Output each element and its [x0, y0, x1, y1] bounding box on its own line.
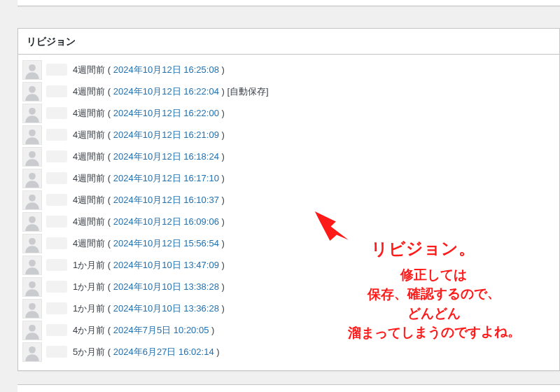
revision-item: 4週間前 ( 2024年10月12日 16:22:04 ) [自動保存]: [18, 80, 559, 102]
avatar-icon: [22, 169, 42, 188]
previous-metabox-fragment: [18, 0, 560, 6]
revision-timestamp-link[interactable]: 2024年10月10日 13:36:28: [113, 303, 219, 314]
revision-timestamp-link[interactable]: 2024年7月5日 10:20:05: [113, 325, 209, 335]
author-name-redacted: [46, 150, 67, 162]
svg-point-23: [29, 302, 36, 309]
svg-point-11: [29, 172, 36, 179]
revisions-metabox-body: 4週間前 ( 2024年10月12日 16:25:08 ) 4週間前 ( 202…: [18, 55, 559, 370]
svg-point-3: [29, 85, 36, 92]
avatar-icon: [22, 255, 42, 275]
revision-timestamp-link[interactable]: 2024年10月10日 13:38:28: [113, 281, 219, 292]
revision-timestamp-link[interactable]: 2024年10月12日 16:18:24: [113, 151, 219, 162]
author-name-redacted: [46, 85, 67, 97]
author-name-redacted: [46, 259, 67, 271]
revision-label: 4週間前 ( 2024年10月12日 16:22:04 ) [自動保存]: [73, 85, 269, 98]
svg-point-17: [29, 237, 36, 244]
avatar-icon: [22, 277, 42, 297]
author-name-redacted: [46, 129, 67, 141]
avatar-icon: [22, 147, 42, 167]
author-name-redacted: [46, 107, 67, 119]
revision-item: 4週間前 ( 2024年10月12日 16:22:00 ): [18, 102, 559, 124]
revision-item: 4週間前 ( 2024年10月12日 16:25:08 ): [18, 59, 559, 80]
revision-relative-time: 1か月前: [73, 281, 105, 292]
svg-point-1: [29, 64, 36, 71]
svg-point-9: [29, 150, 36, 158]
revision-label: 1か月前 ( 2024年10月10日 13:36:28 ): [73, 302, 225, 315]
revision-label: 4か月前 ( 2024年7月5日 10:20:05 ): [73, 324, 214, 337]
revision-label: 4週間前 ( 2024年10月12日 16:21:09 ): [73, 129, 225, 141]
author-name-redacted: [46, 172, 67, 184]
next-metabox-fragment: [18, 384, 560, 392]
revision-item: 4週間前 ( 2024年10月12日 16:17:10 ): [18, 167, 559, 189]
revision-label: 4週間前 ( 2024年10月12日 16:25:08 ): [73, 64, 225, 76]
revision-relative-time: 4週間前: [73, 151, 105, 162]
revision-suffix: [自動保存]: [227, 86, 268, 97]
revision-timestamp-link[interactable]: 2024年10月12日 16:22:00: [113, 108, 219, 118]
revision-item: 4週間前 ( 2024年10月12日 16:21:09 ): [18, 124, 559, 146]
revision-item: 4週間前 ( 2024年10月12日 16:18:24 ): [18, 146, 559, 167]
revision-relative-time: 4週間前: [73, 108, 105, 118]
revision-label: 1か月前 ( 2024年10月10日 13:47:09 ): [73, 259, 225, 272]
author-name-redacted: [46, 216, 67, 227]
author-name-redacted: [46, 64, 67, 76]
revision-item: 4週間前 ( 2024年10月12日 15:56:54 ): [18, 232, 559, 254]
revision-item: 5か月前 ( 2024年6月27日 16:02:14 ): [18, 341, 559, 363]
author-name-redacted: [46, 346, 67, 358]
revision-timestamp-link[interactable]: 2024年10月12日 16:25:08: [113, 64, 219, 75]
avatar-icon: [22, 299, 42, 318]
revision-relative-time: 4週間前: [73, 130, 105, 140]
revision-label: 5か月前 ( 2024年6月27日 16:02:14 ): [73, 346, 220, 358]
avatar-icon: [22, 60, 42, 80]
revision-item: 1か月前 ( 2024年10月10日 13:36:28 ): [18, 298, 559, 319]
avatar-icon: [22, 104, 42, 123]
revision-timestamp-link[interactable]: 2024年10月12日 16:17:10: [113, 173, 219, 183]
avatar-icon: [22, 212, 42, 232]
author-name-redacted: [46, 194, 67, 206]
svg-point-19: [29, 259, 36, 266]
revision-item: 4週間前 ( 2024年10月12日 16:09:06 ): [18, 211, 559, 232]
revision-item: 1か月前 ( 2024年10月10日 13:47:09 ): [18, 254, 559, 276]
revision-timestamp-link[interactable]: 2024年10月12日 16:09:06: [113, 216, 219, 227]
revision-label: 4週間前 ( 2024年10月12日 16:17:10 ): [73, 172, 225, 185]
revision-label: 1か月前 ( 2024年10月10日 13:38:28 ): [73, 281, 225, 293]
revision-label: 4週間前 ( 2024年10月12日 16:09:06 ): [73, 216, 225, 228]
avatar-icon: [22, 125, 42, 145]
author-name-redacted: [46, 281, 67, 293]
revision-timestamp-link[interactable]: 2024年10月10日 13:47:09: [113, 260, 219, 270]
revision-label: 4週間前 ( 2024年10月12日 16:10:37 ): [73, 194, 225, 206]
revision-relative-time: 5か月前: [73, 346, 105, 357]
revision-label: 4週間前 ( 2024年10月12日 15:56:54 ): [73, 237, 225, 250]
svg-point-5: [29, 107, 36, 114]
author-name-redacted: [46, 324, 67, 336]
revision-list: 4週間前 ( 2024年10月12日 16:25:08 ) 4週間前 ( 202…: [18, 59, 559, 363]
revision-relative-time: 4週間前: [73, 238, 105, 248]
svg-point-15: [29, 216, 36, 223]
svg-point-13: [29, 194, 36, 201]
revision-relative-time: 4か月前: [73, 325, 105, 335]
svg-point-27: [29, 346, 36, 353]
revision-relative-time: 1か月前: [73, 260, 105, 270]
revision-timestamp-link[interactable]: 2024年10月12日 15:56:54: [113, 238, 219, 248]
svg-point-7: [29, 129, 36, 136]
revision-relative-time: 4週間前: [73, 64, 105, 75]
revision-relative-time: 4週間前: [73, 195, 105, 205]
revision-relative-time: 1か月前: [73, 303, 105, 314]
revision-item: 4か月前 ( 2024年7月5日 10:20:05 ): [18, 319, 559, 341]
revision-item: 1か月前 ( 2024年10月10日 13:38:28 ): [18, 276, 559, 298]
revisions-metabox-title[interactable]: リビジョン: [18, 29, 559, 55]
revision-item: 4週間前 ( 2024年10月12日 16:10:37 ): [18, 189, 559, 211]
revision-relative-time: 4週間前: [73, 86, 105, 97]
revision-timestamp-link[interactable]: 2024年6月27日 16:02:14: [113, 346, 214, 357]
revision-timestamp-link[interactable]: 2024年10月12日 16:10:37: [113, 195, 219, 205]
revision-relative-time: 4週間前: [73, 173, 105, 183]
revision-label: 4週間前 ( 2024年10月12日 16:22:00 ): [73, 107, 225, 120]
revision-relative-time: 4週間前: [73, 216, 105, 227]
revision-timestamp-link[interactable]: 2024年10月12日 16:22:04: [113, 86, 219, 97]
author-name-redacted: [46, 302, 67, 314]
revision-label: 4週間前 ( 2024年10月12日 16:18:24 ): [73, 150, 225, 163]
svg-point-25: [29, 324, 36, 331]
avatar-icon: [22, 321, 42, 340]
avatar-icon: [22, 342, 42, 362]
avatar-icon: [22, 234, 42, 253]
revision-timestamp-link[interactable]: 2024年10月12日 16:21:09: [113, 130, 219, 140]
